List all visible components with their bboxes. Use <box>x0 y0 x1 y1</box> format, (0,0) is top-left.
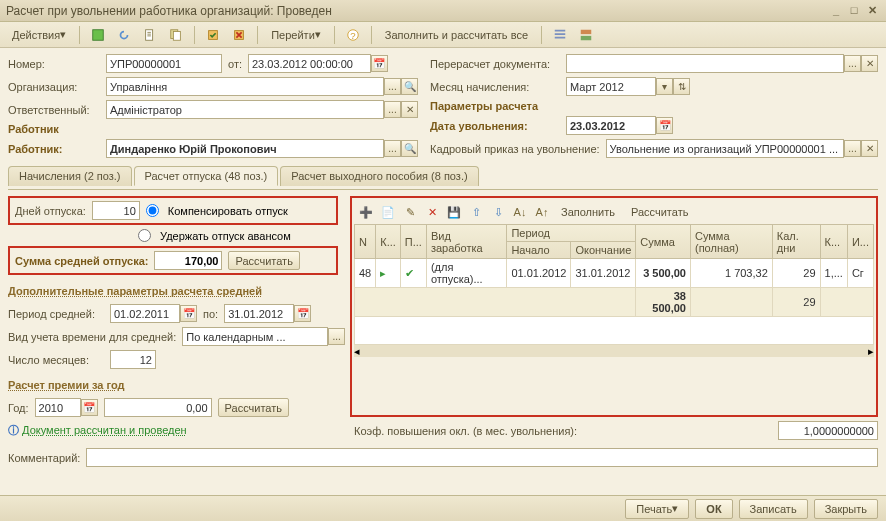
months-field[interactable] <box>110 350 156 369</box>
number-field[interactable] <box>106 54 222 73</box>
period-label: Период средней: <box>8 308 104 320</box>
dropdown-icon[interactable]: ▾ <box>656 78 673 95</box>
help-icon[interactable]: ? <box>342 25 364 45</box>
sort-asc-icon[interactable]: A↓ <box>511 203 529 221</box>
col-sum-full[interactable]: Сумма (полная) <box>690 225 772 259</box>
table-row[interactable]: 48 ▸ ✔ (для отпуска)... 01.01.2012 31.01… <box>355 259 874 288</box>
status-link[interactable]: Документ рассчитан и проведен <box>22 424 187 436</box>
compensate-radio[interactable]: Компенсировать отпуск <box>146 204 288 217</box>
list-icon[interactable] <box>549 25 571 45</box>
form-icon[interactable] <box>575 25 597 45</box>
h-scrollbar[interactable]: ◂▸ <box>354 345 874 357</box>
comment-field[interactable] <box>86 448 878 467</box>
maximize-button[interactable]: □ <box>846 4 862 18</box>
spinner-icon[interactable]: ⇅ <box>673 78 690 95</box>
run-icon[interactable] <box>87 25 109 45</box>
copy-row-icon[interactable]: 📄 <box>379 203 397 221</box>
open-icon[interactable]: 🔍 <box>401 78 418 95</box>
bonus-sum-field[interactable] <box>104 398 212 417</box>
org-field[interactable] <box>106 77 384 96</box>
lookup-icon[interactable]: ... <box>384 140 401 157</box>
calc-avg-button[interactable]: Рассчитать <box>228 251 299 270</box>
save-button[interactable]: Записать <box>739 499 808 519</box>
days-field[interactable] <box>92 201 140 220</box>
minimize-button[interactable]: _ <box>828 4 844 18</box>
recalc-field[interactable] <box>566 54 844 73</box>
calendar-icon[interactable]: 📅 <box>180 305 197 322</box>
period-from-field[interactable] <box>110 304 180 323</box>
grid-fill-button[interactable]: Заполнить <box>555 206 621 218</box>
time-type-label: Вид учета времени для средней: <box>8 331 176 343</box>
col-n[interactable]: N <box>355 225 376 259</box>
actions-menu[interactable]: Действия ▾ <box>6 25 72 45</box>
col-start[interactable]: Начало <box>507 242 571 259</box>
withhold-radio[interactable]: Удержать отпуск авансом <box>138 229 291 242</box>
edit-icon[interactable]: ✎ <box>401 203 419 221</box>
col-sum[interactable]: Сумма <box>636 225 691 259</box>
clear-icon[interactable]: ✕ <box>861 55 878 72</box>
period-to-field[interactable] <box>224 304 294 323</box>
goto-menu[interactable]: Перейти ▾ <box>265 25 327 45</box>
calendar-icon[interactable]: 📅 <box>294 305 311 322</box>
reload-icon[interactable] <box>113 25 135 45</box>
year-label: Год: <box>8 402 29 414</box>
lookup-icon[interactable]: ... <box>384 78 401 95</box>
resp-field[interactable] <box>106 100 384 119</box>
move-down-icon[interactable]: ⇩ <box>489 203 507 221</box>
calendar-icon[interactable]: 📅 <box>656 117 673 134</box>
recalc-label: Перерасчет документа: <box>430 58 560 70</box>
total-row: 38 500,00 29 <box>355 288 874 317</box>
close-button[interactable]: ✕ <box>864 4 880 18</box>
col-i[interactable]: И... <box>847 225 873 259</box>
lookup-icon[interactable]: ... <box>384 101 401 118</box>
clear-icon[interactable]: ✕ <box>861 140 878 157</box>
delete-icon[interactable]: ✕ <box>423 203 441 221</box>
calc-bonus-button[interactable]: Рассчитать <box>218 398 289 417</box>
open-icon[interactable]: 🔍 <box>401 140 418 157</box>
lookup-icon[interactable]: ... <box>328 328 345 345</box>
add-icon[interactable]: ➕ <box>357 203 375 221</box>
tab-vacation[interactable]: Расчет отпуска (48 поз.) <box>134 166 279 186</box>
year-field[interactable] <box>35 398 81 417</box>
col-k1[interactable]: К... <box>376 225 401 259</box>
order-field[interactable] <box>606 139 844 158</box>
col-k2[interactable]: К... <box>820 225 847 259</box>
tab-severance[interactable]: Расчет выходного пособия (8 поз.) <box>280 166 478 186</box>
window-title: Расчет при увольнении работника организа… <box>6 4 826 18</box>
close-footer-button[interactable]: Закрыть <box>814 499 878 519</box>
clear-icon[interactable]: ✕ <box>401 101 418 118</box>
svg-text:?: ? <box>350 29 355 40</box>
col-p[interactable]: П... <box>400 225 426 259</box>
month-field[interactable] <box>566 77 656 96</box>
copy-icon[interactable] <box>165 25 187 45</box>
bonus-section-title: Расчет премии за год <box>8 379 338 391</box>
col-period[interactable]: Период <box>507 225 636 242</box>
calendar-icon[interactable]: 📅 <box>371 55 388 72</box>
col-type[interactable]: Вид заработка <box>426 225 506 259</box>
org-label: Организация: <box>8 81 100 93</box>
info-icon: ⓘ <box>8 424 19 436</box>
check-icon: ✔ <box>405 267 414 279</box>
save-icon[interactable]: 💾 <box>445 203 463 221</box>
grid-calc-button[interactable]: Рассчитать <box>625 206 694 218</box>
lookup-icon[interactable]: ... <box>844 140 861 157</box>
calendar-icon[interactable]: 📅 <box>81 399 98 416</box>
tab-accruals[interactable]: Начисления (2 поз.) <box>8 166 132 186</box>
unpost-icon[interactable] <box>228 25 250 45</box>
print-button[interactable]: Печать ▾ <box>625 499 689 519</box>
post-icon[interactable] <box>202 25 224 45</box>
fire-date-field[interactable] <box>566 116 656 135</box>
ok-button[interactable]: ОК <box>695 499 732 519</box>
move-up-icon[interactable]: ⇧ <box>467 203 485 221</box>
time-type-field[interactable] <box>182 327 328 346</box>
col-days[interactable]: Кал. дни <box>772 225 820 259</box>
fill-calc-all-button[interactable]: Заполнить и рассчитать все <box>379 25 534 45</box>
col-end[interactable]: Окончание <box>571 242 636 259</box>
from-date-field[interactable] <box>248 54 371 73</box>
coef-field[interactable] <box>778 421 878 440</box>
sort-desc-icon[interactable]: A↑ <box>533 203 551 221</box>
doc-icon[interactable] <box>139 25 161 45</box>
avg-sum-field[interactable] <box>154 251 222 270</box>
worker-field[interactable] <box>106 139 384 158</box>
lookup-icon[interactable]: ... <box>844 55 861 72</box>
